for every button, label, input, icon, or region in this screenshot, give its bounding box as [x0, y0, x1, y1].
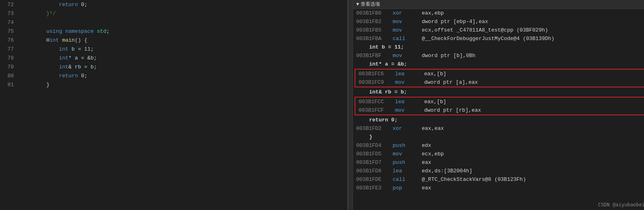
- disasm-row: 003B1FE3 pop eax: [353, 184, 644, 192]
- disasm-row: 003B1FC6 lea eax,[b]: [355, 70, 644, 78]
- disasm-source-line: return 0;: [353, 116, 644, 124]
- disasm-row: 003B1FD8 lea edx,ds:[3B2004h]: [353, 167, 644, 175]
- disasm-body: 003B1FB0 xor eax,ebp 003B1FB2 mov dword …: [353, 9, 644, 192]
- disasm-row: 003B1FCC lea eax,[b]: [355, 98, 644, 106]
- code-line-73: 73 }*/: [0, 9, 347, 18]
- disasm-row: 003B1FBF mov dword ptr [b],0Bh: [353, 51, 644, 60]
- scrollbar-divider[interactable]: [348, 0, 353, 210]
- disasm-row: 003B1FDE call @_RTC_CheckStackVars@8 (03…: [353, 175, 644, 184]
- highlight-box-2: 003B1FCC lea eax,[b] 003B1FCF mov dword …: [355, 97, 644, 115]
- disasm-row: 003B1FB5 mov ecx,offset _C47811A8_test@c…: [353, 26, 644, 34]
- disasm-source-line: }: [353, 133, 644, 141]
- disasm-row: 003B1FB0 xor eax,ebp: [353, 9, 644, 17]
- disasm-row: 003B1FD5 mov ecx,ebp: [353, 150, 644, 158]
- disasm-header: ▼ 查看选项: [353, 0, 644, 9]
- disasm-row: 003B1FD7 push eax: [353, 158, 644, 167]
- collapse-arrow-icon: ▼: [356, 2, 359, 7]
- disasm-row: 003B1FCF mov dword ptr [rb],eax: [355, 106, 644, 115]
- watermark: CSDN @aiyubaobei: [598, 202, 644, 208]
- disasm-source-line: int& rb = b;: [353, 88, 644, 96]
- disasm-row: 003B1FD2 xor eax,eax: [353, 124, 644, 133]
- disasm-source-line: int* a = &b;: [353, 60, 644, 68]
- code-editor: 72 return 0; 73 }*/ 74 75 using namespac…: [0, 0, 348, 210]
- right-section: ▼ 查看选项 003B1FB0 xor eax,ebp 003B1FB2 mov…: [353, 0, 644, 210]
- code-line-81: 81 }: [0, 80, 347, 89]
- disasm-row: 003B1FD4 push edx: [353, 141, 644, 150]
- disasm-source-line: int b = 11;: [353, 43, 644, 51]
- disasm-row: 003B1FC9 mov dword ptr [a],eax: [355, 78, 644, 87]
- disasm-row: 003B1FBA call @__CheckForDebuggerJustMyC…: [353, 34, 644, 43]
- highlight-box-1: 003B1FC6 lea eax,[b] 003B1FC9 mov dword …: [355, 69, 644, 87]
- code-lines: 72 return 0; 73 }*/ 74 75 using namespac…: [0, 0, 347, 89]
- disasm-row: 003B1FB2 mov dword ptr [ebp-4],eax: [353, 17, 644, 26]
- disasm-panel: ▼ 查看选项 003B1FB0 xor eax,ebp 003B1FB2 mov…: [353, 0, 644, 210]
- disasm-header-title: 查看选项: [361, 1, 380, 8]
